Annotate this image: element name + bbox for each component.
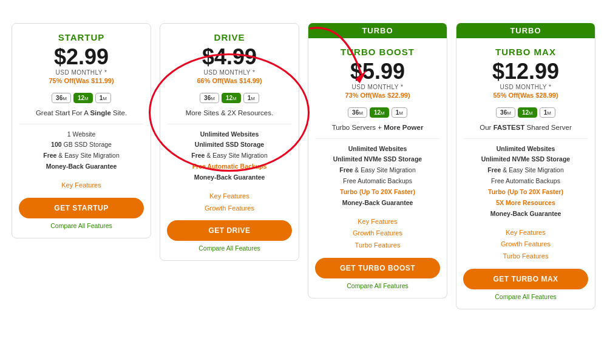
plan-card-startup: STARTUP$2.99USD MONTHLY *75% Off(Was $11… [12, 23, 151, 238]
period-btn-drive-36M[interactable]: 36M [200, 93, 219, 103]
features-list-turbo-max: Unlimited WebsitesUnlimited NVMe SSD Sto… [456, 144, 595, 220]
divider-turbo-boost [315, 138, 439, 139]
cta-button-drive[interactable]: GET DRIVE [167, 220, 291, 241]
feature-item: 5X More Resources [463, 198, 589, 209]
plan-price-turbo-max: $12.99 [465, 59, 586, 84]
feature-item: Free Automatic Backups [314, 176, 441, 187]
feature-item: Unlimited SSD Storage [166, 140, 293, 150]
plan-price-sub-drive: USD MONTHLY * [169, 69, 290, 76]
plan-header-startup: STARTUP$2.99USD MONTHLY *75% Off(Was $11… [12, 24, 151, 89]
plan-card-turbo-max: TURBOTURBO MAX$12.99USD MONTHLY *55% Off… [456, 23, 595, 309]
feature-item: Free & Easy Site Migration [463, 165, 589, 176]
turbo-badge-turbo-boost: TURBO [308, 23, 447, 38]
plan-name-drive: DRIVE [169, 32, 290, 42]
plan-name-turbo-max: TURBO MAX [465, 47, 586, 57]
plan-tagline-turbo-boost: Turbo Servers + More Power [325, 124, 431, 131]
plan-price-turbo-boost: $5.99 [317, 59, 438, 84]
links-section-turbo-max: Key FeaturesGrowth FeaturesTurbo Feature… [501, 220, 551, 263]
features-list-startup: 1 Website100 GB SSD StorageFree & Easy S… [12, 129, 151, 172]
period-btn-turbo-max-12M[interactable]: 12M [518, 107, 537, 118]
period-btn-drive-1M[interactable]: 1M [243, 93, 259, 103]
period-btn-startup-1M[interactable]: 1M [95, 93, 111, 103]
features-list-drive: Unlimited WebsitesUnlimited SSD StorageF… [160, 129, 299, 183]
feature-item: Money-Back Guarantee [314, 198, 441, 209]
turbo-badge-turbo-max: TURBO [456, 23, 595, 38]
links-section-drive: Key FeaturesGrowth Features [205, 183, 254, 215]
plan-discount-startup: 75% Off(Was $11.99) [21, 77, 142, 84]
plans-container: STARTUP$2.99USD MONTHLY *75% Off(Was $11… [12, 23, 595, 309]
period-btn-turbo-max-1M[interactable]: 1M [540, 107, 555, 118]
compare-link-startup[interactable]: Compare All Features [50, 222, 112, 229]
feature-link-drive-growth-features[interactable]: Growth Features [205, 203, 254, 215]
plan-wrapper-turbo-max: TURBOTURBO MAX$12.99USD MONTHLY *55% Off… [456, 23, 595, 309]
feature-item: Free Automatic Backups [166, 161, 293, 172]
cta-button-turbo-max[interactable]: GET TURBO MAX [463, 269, 588, 289]
feature-link-turbo-boost-turbo-features[interactable]: Turbo Features [353, 240, 402, 252]
feature-item: Money-Back Guarantee [166, 172, 293, 183]
divider-startup [19, 124, 143, 124]
plan-wrapper-drive: DRIVE$4.99USD MONTHLY *66% Off(Was $14.9… [160, 23, 299, 309]
period-btn-startup-12M[interactable]: 12M [73, 93, 93, 103]
plan-discount-drive: 66% Off(Was $14.99) [169, 77, 290, 84]
divider-turbo-max [463, 138, 588, 139]
features-list-turbo-boost: Unlimited WebsitesUnlimited NVMe SSD Sto… [308, 144, 447, 209]
compare-link-drive[interactable]: Compare All Features [198, 244, 260, 252]
links-section-startup: Key Features [61, 172, 101, 192]
plan-tagline-startup: Great Start For A Single Site. [29, 109, 134, 116]
feature-item: Unlimited Websites [166, 129, 293, 140]
period-btn-turbo-max-36M[interactable]: 36M [496, 107, 515, 118]
feature-link-turbo-max-growth-features[interactable]: Growth Features [501, 238, 551, 251]
plan-tagline-drive: More Sites & 2X Resources. [178, 109, 280, 116]
feature-link-turbo-boost-key-features[interactable]: Key Features [353, 216, 402, 228]
feature-item: Unlimited Websites [314, 144, 441, 155]
feature-item: Unlimited Websites [463, 144, 589, 155]
period-buttons-turbo-boost: 36M12M1M [348, 107, 407, 118]
plan-header-turbo-max: TURBO MAX$12.99USD MONTHLY *55% Off(Was … [456, 38, 595, 104]
period-btn-turbo-boost-1M[interactable]: 1M [392, 107, 407, 118]
plan-name-turbo-boost: TURBO BOOST [317, 47, 438, 57]
plan-price-sub-turbo-boost: USD MONTHLY * [317, 84, 438, 90]
feature-item: Free & Easy Site Migration [18, 150, 144, 161]
plan-tagline-turbo-max: Our FASTEST Shared Server [472, 124, 579, 131]
cta-button-startup[interactable]: GET STARTUP [19, 198, 143, 218]
period-buttons-startup: 36M12M1M [52, 93, 111, 103]
period-btn-turbo-boost-36M[interactable]: 36M [348, 107, 367, 118]
period-buttons-turbo-max: 36M12M1M [496, 107, 555, 118]
feature-link-startup-key-features[interactable]: Key Features [61, 180, 101, 192]
compare-link-turbo-boost[interactable]: Compare All Features [347, 282, 409, 289]
feature-item: Money-Back Guarantee [463, 209, 589, 220]
period-buttons-drive: 36M12M1M [200, 93, 259, 103]
period-btn-startup-36M[interactable]: 36M [52, 93, 71, 103]
feature-item: Turbo (Up To 20X Faster) [463, 187, 589, 198]
feature-item: Free & Easy Site Migration [314, 165, 441, 176]
feature-link-turbo-max-turbo-features[interactable]: Turbo Features [501, 251, 551, 263]
plan-name-startup: STARTUP [21, 32, 142, 42]
plan-card-drive: DRIVE$4.99USD MONTHLY *66% Off(Was $14.9… [160, 23, 299, 261]
plan-discount-turbo-boost: 73% Off(Was $22.99) [317, 92, 438, 99]
period-btn-turbo-boost-12M[interactable]: 12M [370, 107, 389, 118]
feature-item: Turbo (Up To 20X Faster) [314, 187, 441, 198]
cta-button-turbo-boost[interactable]: GET TURBO BOOST [315, 258, 439, 278]
plan-wrapper-turbo-boost: TURBOTURBO BOOST$5.99USD MONTHLY *73% Of… [308, 23, 447, 309]
plan-price-startup: $2.99 [21, 45, 142, 69]
feature-link-turbo-boost-growth-features[interactable]: Growth Features [353, 228, 402, 240]
period-btn-drive-12M[interactable]: 12M [222, 93, 241, 103]
links-section-turbo-boost: Key FeaturesGrowth FeaturesTurbo Feature… [353, 209, 402, 252]
feature-link-turbo-max-key-features[interactable]: Key Features [501, 227, 551, 239]
plan-header-turbo-boost: TURBO BOOST$5.99USD MONTHLY *73% Off(Was… [308, 38, 447, 104]
feature-item: Free & Easy Site Migration [166, 150, 293, 161]
plan-price-sub-startup: USD MONTHLY * [21, 69, 142, 76]
feature-item: 1 Website [18, 129, 144, 140]
divider-drive [167, 124, 291, 124]
plan-header-drive: DRIVE$4.99USD MONTHLY *66% Off(Was $14.9… [160, 24, 299, 89]
feature-item: Unlimited NVMe SSD Storage [463, 154, 589, 165]
feature-item: Unlimited NVMe SSD Storage [314, 154, 441, 165]
plan-card-turbo-boost: TURBOTURBO BOOST$5.99USD MONTHLY *73% Of… [308, 23, 447, 298]
compare-link-turbo-max[interactable]: Compare All Features [495, 293, 557, 300]
plan-discount-turbo-max: 55% Off(Was $28.99) [465, 92, 586, 99]
plan-price-drive: $4.99 [169, 45, 290, 69]
feature-item: 100 GB SSD Storage [18, 140, 144, 150]
plan-wrapper-startup: STARTUP$2.99USD MONTHLY *75% Off(Was $11… [12, 23, 151, 309]
feature-link-drive-key-features[interactable]: Key Features [205, 190, 254, 203]
plan-price-sub-turbo-max: USD MONTHLY * [465, 84, 586, 90]
